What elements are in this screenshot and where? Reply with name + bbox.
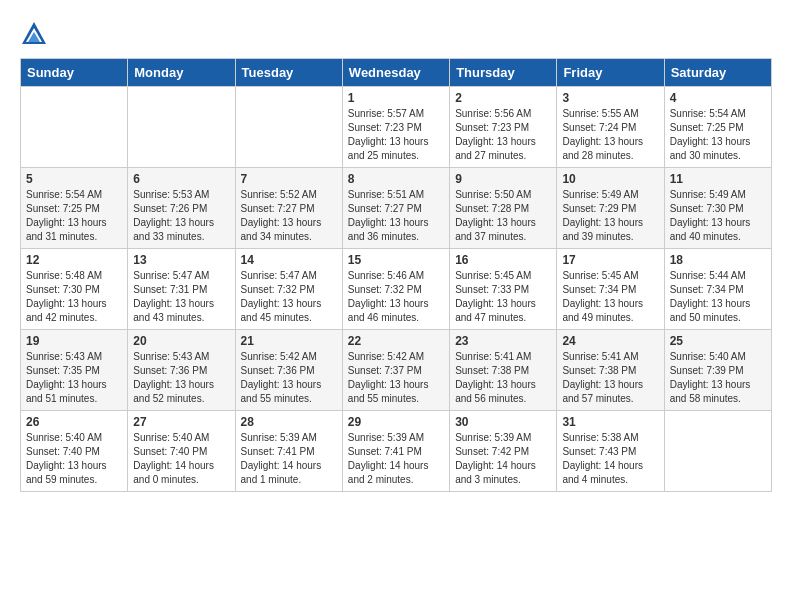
week-row-3: 12Sunrise: 5:48 AM Sunset: 7:30 PM Dayli…	[21, 249, 772, 330]
calendar-cell: 19Sunrise: 5:43 AM Sunset: 7:35 PM Dayli…	[21, 330, 128, 411]
weekday-header-sunday: Sunday	[21, 59, 128, 87]
calendar-cell: 5Sunrise: 5:54 AM Sunset: 7:25 PM Daylig…	[21, 168, 128, 249]
calendar-cell: 31Sunrise: 5:38 AM Sunset: 7:43 PM Dayli…	[557, 411, 664, 492]
calendar-cell	[664, 411, 771, 492]
weekday-header-saturday: Saturday	[664, 59, 771, 87]
weekday-header-thursday: Thursday	[450, 59, 557, 87]
cell-content: Sunrise: 5:52 AM Sunset: 7:27 PM Dayligh…	[241, 188, 337, 244]
calendar-cell: 9Sunrise: 5:50 AM Sunset: 7:28 PM Daylig…	[450, 168, 557, 249]
cell-content: Sunrise: 5:51 AM Sunset: 7:27 PM Dayligh…	[348, 188, 444, 244]
calendar-cell: 14Sunrise: 5:47 AM Sunset: 7:32 PM Dayli…	[235, 249, 342, 330]
weekday-header-tuesday: Tuesday	[235, 59, 342, 87]
day-number: 13	[133, 253, 229, 267]
day-number: 24	[562, 334, 658, 348]
calendar-cell: 30Sunrise: 5:39 AM Sunset: 7:42 PM Dayli…	[450, 411, 557, 492]
cell-content: Sunrise: 5:47 AM Sunset: 7:31 PM Dayligh…	[133, 269, 229, 325]
day-number: 12	[26, 253, 122, 267]
cell-content: Sunrise: 5:44 AM Sunset: 7:34 PM Dayligh…	[670, 269, 766, 325]
weekday-header-monday: Monday	[128, 59, 235, 87]
cell-content: Sunrise: 5:40 AM Sunset: 7:40 PM Dayligh…	[133, 431, 229, 487]
day-number: 23	[455, 334, 551, 348]
day-number: 17	[562, 253, 658, 267]
cell-content: Sunrise: 5:40 AM Sunset: 7:39 PM Dayligh…	[670, 350, 766, 406]
calendar-cell: 27Sunrise: 5:40 AM Sunset: 7:40 PM Dayli…	[128, 411, 235, 492]
weekday-header-wednesday: Wednesday	[342, 59, 449, 87]
cell-content: Sunrise: 5:41 AM Sunset: 7:38 PM Dayligh…	[562, 350, 658, 406]
calendar-table: SundayMondayTuesdayWednesdayThursdayFrid…	[20, 58, 772, 492]
day-number: 5	[26, 172, 122, 186]
cell-content: Sunrise: 5:53 AM Sunset: 7:26 PM Dayligh…	[133, 188, 229, 244]
day-number: 4	[670, 91, 766, 105]
calendar-cell: 28Sunrise: 5:39 AM Sunset: 7:41 PM Dayli…	[235, 411, 342, 492]
calendar-cell: 12Sunrise: 5:48 AM Sunset: 7:30 PM Dayli…	[21, 249, 128, 330]
calendar-cell: 2Sunrise: 5:56 AM Sunset: 7:23 PM Daylig…	[450, 87, 557, 168]
day-number: 25	[670, 334, 766, 348]
calendar-cell: 11Sunrise: 5:49 AM Sunset: 7:30 PM Dayli…	[664, 168, 771, 249]
cell-content: Sunrise: 5:38 AM Sunset: 7:43 PM Dayligh…	[562, 431, 658, 487]
cell-content: Sunrise: 5:42 AM Sunset: 7:36 PM Dayligh…	[241, 350, 337, 406]
calendar-cell: 15Sunrise: 5:46 AM Sunset: 7:32 PM Dayli…	[342, 249, 449, 330]
cell-content: Sunrise: 5:54 AM Sunset: 7:25 PM Dayligh…	[26, 188, 122, 244]
calendar-cell: 16Sunrise: 5:45 AM Sunset: 7:33 PM Dayli…	[450, 249, 557, 330]
day-number: 9	[455, 172, 551, 186]
day-number: 29	[348, 415, 444, 429]
logo-icon	[20, 20, 48, 48]
week-row-4: 19Sunrise: 5:43 AM Sunset: 7:35 PM Dayli…	[21, 330, 772, 411]
calendar-cell: 17Sunrise: 5:45 AM Sunset: 7:34 PM Dayli…	[557, 249, 664, 330]
calendar-cell: 3Sunrise: 5:55 AM Sunset: 7:24 PM Daylig…	[557, 87, 664, 168]
day-number: 26	[26, 415, 122, 429]
week-row-2: 5Sunrise: 5:54 AM Sunset: 7:25 PM Daylig…	[21, 168, 772, 249]
calendar-cell: 1Sunrise: 5:57 AM Sunset: 7:23 PM Daylig…	[342, 87, 449, 168]
day-number: 15	[348, 253, 444, 267]
calendar-cell: 8Sunrise: 5:51 AM Sunset: 7:27 PM Daylig…	[342, 168, 449, 249]
weekday-header-row: SundayMondayTuesdayWednesdayThursdayFrid…	[21, 59, 772, 87]
day-number: 18	[670, 253, 766, 267]
day-number: 7	[241, 172, 337, 186]
page-header	[20, 20, 772, 48]
cell-content: Sunrise: 5:40 AM Sunset: 7:40 PM Dayligh…	[26, 431, 122, 487]
cell-content: Sunrise: 5:43 AM Sunset: 7:35 PM Dayligh…	[26, 350, 122, 406]
day-number: 8	[348, 172, 444, 186]
weekday-header-friday: Friday	[557, 59, 664, 87]
day-number: 31	[562, 415, 658, 429]
day-number: 3	[562, 91, 658, 105]
cell-content: Sunrise: 5:42 AM Sunset: 7:37 PM Dayligh…	[348, 350, 444, 406]
cell-content: Sunrise: 5:49 AM Sunset: 7:30 PM Dayligh…	[670, 188, 766, 244]
calendar-cell: 7Sunrise: 5:52 AM Sunset: 7:27 PM Daylig…	[235, 168, 342, 249]
calendar-cell: 22Sunrise: 5:42 AM Sunset: 7:37 PM Dayli…	[342, 330, 449, 411]
cell-content: Sunrise: 5:54 AM Sunset: 7:25 PM Dayligh…	[670, 107, 766, 163]
day-number: 2	[455, 91, 551, 105]
calendar-cell	[21, 87, 128, 168]
calendar-cell: 13Sunrise: 5:47 AM Sunset: 7:31 PM Dayli…	[128, 249, 235, 330]
calendar-cell: 25Sunrise: 5:40 AM Sunset: 7:39 PM Dayli…	[664, 330, 771, 411]
day-number: 14	[241, 253, 337, 267]
cell-content: Sunrise: 5:46 AM Sunset: 7:32 PM Dayligh…	[348, 269, 444, 325]
calendar-cell: 10Sunrise: 5:49 AM Sunset: 7:29 PM Dayli…	[557, 168, 664, 249]
calendar-cell: 21Sunrise: 5:42 AM Sunset: 7:36 PM Dayli…	[235, 330, 342, 411]
cell-content: Sunrise: 5:55 AM Sunset: 7:24 PM Dayligh…	[562, 107, 658, 163]
cell-content: Sunrise: 5:56 AM Sunset: 7:23 PM Dayligh…	[455, 107, 551, 163]
cell-content: Sunrise: 5:45 AM Sunset: 7:33 PM Dayligh…	[455, 269, 551, 325]
cell-content: Sunrise: 5:39 AM Sunset: 7:42 PM Dayligh…	[455, 431, 551, 487]
cell-content: Sunrise: 5:47 AM Sunset: 7:32 PM Dayligh…	[241, 269, 337, 325]
calendar-cell: 29Sunrise: 5:39 AM Sunset: 7:41 PM Dayli…	[342, 411, 449, 492]
cell-content: Sunrise: 5:39 AM Sunset: 7:41 PM Dayligh…	[241, 431, 337, 487]
day-number: 10	[562, 172, 658, 186]
calendar-cell: 23Sunrise: 5:41 AM Sunset: 7:38 PM Dayli…	[450, 330, 557, 411]
day-number: 16	[455, 253, 551, 267]
calendar-cell: 26Sunrise: 5:40 AM Sunset: 7:40 PM Dayli…	[21, 411, 128, 492]
cell-content: Sunrise: 5:41 AM Sunset: 7:38 PM Dayligh…	[455, 350, 551, 406]
cell-content: Sunrise: 5:48 AM Sunset: 7:30 PM Dayligh…	[26, 269, 122, 325]
day-number: 1	[348, 91, 444, 105]
cell-content: Sunrise: 5:50 AM Sunset: 7:28 PM Dayligh…	[455, 188, 551, 244]
cell-content: Sunrise: 5:49 AM Sunset: 7:29 PM Dayligh…	[562, 188, 658, 244]
calendar-cell: 20Sunrise: 5:43 AM Sunset: 7:36 PM Dayli…	[128, 330, 235, 411]
week-row-1: 1Sunrise: 5:57 AM Sunset: 7:23 PM Daylig…	[21, 87, 772, 168]
day-number: 28	[241, 415, 337, 429]
day-number: 30	[455, 415, 551, 429]
cell-content: Sunrise: 5:43 AM Sunset: 7:36 PM Dayligh…	[133, 350, 229, 406]
day-number: 19	[26, 334, 122, 348]
cell-content: Sunrise: 5:57 AM Sunset: 7:23 PM Dayligh…	[348, 107, 444, 163]
calendar-cell: 18Sunrise: 5:44 AM Sunset: 7:34 PM Dayli…	[664, 249, 771, 330]
day-number: 27	[133, 415, 229, 429]
